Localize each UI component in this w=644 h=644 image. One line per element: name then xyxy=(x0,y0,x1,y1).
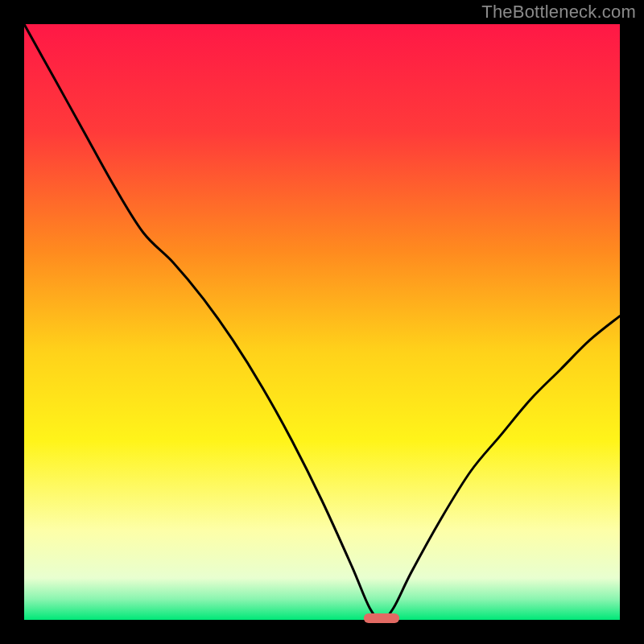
chart-container: TheBottleneck.com xyxy=(0,0,644,644)
bottleneck-plot xyxy=(0,0,644,644)
minimum-plateau-marker xyxy=(364,613,399,623)
plot-area xyxy=(24,24,620,623)
gradient-background xyxy=(24,24,620,620)
watermark-text: TheBottleneck.com xyxy=(481,2,636,23)
